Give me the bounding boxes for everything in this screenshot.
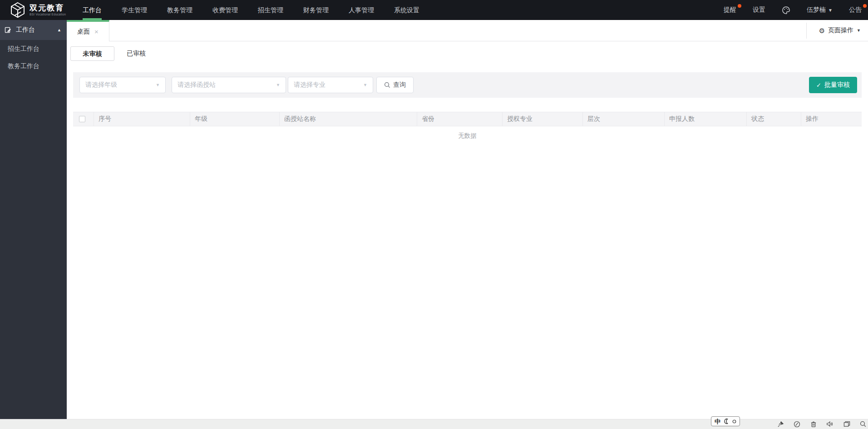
notification-dot [863,4,867,8]
nav-item-system-settings[interactable]: 系统设置 [394,0,419,20]
nav-item-finance[interactable]: 财务管理 [303,0,329,20]
announcement-link[interactable]: 公告 [849,6,862,14]
station-select-placeholder: 请选择函授站 [178,81,216,89]
top-navigation-bar: 双元教育 BSI Vocational Education 工作台 学生管理 教… [0,0,868,20]
column-header-level: 层次 [583,112,665,126]
user-name: 伍梦楠 [807,6,826,14]
column-header-station: 函授站名称 [280,112,417,126]
column-header-status: 状态 [747,112,801,126]
table-header-row: 序号 年级 函授站名称 省份 授权专业 层次 申报人数 状态 操作 [73,112,862,126]
close-icon[interactable]: × [94,28,99,35]
grade-select[interactable]: 请选择年级 ▼ [79,77,166,93]
select-all-checkbox[interactable] [79,116,85,122]
notification-dot [738,4,741,8]
brand-logo: 双元教育 BSI Vocational Education [0,2,81,18]
column-header-seq: 序号 [94,112,190,126]
ime-circle-icon[interactable] [732,419,736,424]
sidebar-item-admissions-workbench[interactable]: 招生工作台 [0,40,67,57]
tab-desktop-label: 桌面 [77,28,90,36]
settings-link[interactable]: 设置 [753,6,765,14]
review-table: 序号 年级 函授站名称 省份 授权专业 层次 申报人数 状态 操作 无数据 [73,112,862,145]
speaker-icon[interactable] [826,421,833,427]
batch-review-label: 批量审核 [824,81,850,89]
table-header-checkbox-cell [73,112,94,126]
nav-right-cluster: 提醒 设置 伍梦楠 ▼ 公告 [724,6,868,15]
brand-text: 双元教育 BSI Vocational Education [30,4,66,16]
tab-strip: 桌面 × ⚙ 页面操作 ▼ [67,20,868,41]
nav-item-academic[interactable]: 教务管理 [167,0,192,20]
reminder-link[interactable]: 提醒 [724,6,736,14]
search-button-label: 查询 [393,81,406,89]
subtab-unreviewed[interactable]: 未审核 [70,46,114,61]
trash-icon[interactable] [810,421,817,428]
column-header-province: 省份 [417,112,503,126]
search-icon [384,82,390,88]
reminder-label: 提醒 [724,6,736,13]
table-empty-state: 无数据 [73,126,862,145]
announcement-label: 公告 [849,6,862,13]
station-select[interactable]: 请选择函授站 ▼ [172,77,286,93]
search-icon[interactable] [860,421,866,427]
main-content: 桌面 × ⚙ 页面操作 ▼ 未审核 已审核 请选择年级 ▼ 请选择函授站 ▼ 请… [67,20,868,419]
batch-review-button[interactable]: ✓ 批量审核 [809,77,857,93]
major-select-placeholder: 请选择专业 [294,81,326,89]
column-header-major: 授权专业 [503,112,583,126]
nav-item-students[interactable]: 学生管理 [122,0,147,20]
grade-select-placeholder: 请选择年级 [85,81,117,89]
chevron-down-icon: ▼ [276,83,280,87]
ime-language-label: 中 [715,419,720,424]
page-operations-button[interactable]: ⚙ 页面操作 ▼ [819,20,861,41]
check-icon: ✓ [816,82,821,88]
ime-indicator[interactable]: 中 [711,416,740,426]
brand-logo-icon [10,2,25,18]
sidebar-group-label: 工作台 [16,26,35,34]
workbench-icon [5,26,12,34]
system-tray [777,419,866,429]
nav-item-admissions[interactable]: 招生管理 [258,0,283,20]
pin-icon[interactable] [777,421,784,428]
nav-item-workbench[interactable]: 工作台 [83,0,102,20]
chevron-down-icon: ▼ [857,28,861,33]
window-icon[interactable] [843,421,850,427]
sidebar-group-workbench[interactable]: 工作台 ▲ [0,20,67,40]
pen-icon[interactable] [794,421,800,428]
column-header-grade: 年级 [190,112,280,126]
brand-subtitle: BSI Vocational Education [30,13,66,16]
nav-item-fees[interactable]: 收费管理 [212,0,238,20]
chevron-down-icon: ▼ [363,83,367,87]
search-button[interactable]: 查询 [376,77,414,93]
filter-toolbar: 请选择年级 ▼ 请选择函授站 ▼ 请选择专业 ▼ 查询 ✓ 批量审核 [73,72,862,98]
page-operations-label: 页面操作 [828,26,853,35]
divider [806,23,807,39]
chevron-down-icon: ▼ [828,8,833,13]
gear-icon: ⚙ [819,27,825,34]
nav-item-hr[interactable]: 人事管理 [349,0,374,20]
column-header-actions: 操作 [801,112,862,126]
sidebar-item-academic-workbench[interactable]: 教务工作台 [0,57,67,75]
user-menu[interactable]: 伍梦楠 ▼ [807,6,833,14]
ime-moon-icon[interactable] [724,419,729,424]
review-subtabs: 未审核 已审核 [70,46,868,61]
tab-desktop[interactable]: 桌面 × [67,20,109,41]
column-header-applicants: 申报人数 [665,112,747,126]
theme-palette-icon[interactable] [782,6,790,15]
chevron-up-icon: ▲ [57,28,61,32]
main-menu: 工作台 学生管理 教务管理 收费管理 招生管理 财务管理 人事管理 系统设置 [83,0,439,20]
subtab-reviewed[interactable]: 已审核 [127,50,146,58]
major-select[interactable]: 请选择专业 ▼ [288,77,373,93]
chevron-down-icon: ▼ [156,83,160,87]
sidebar: 工作台 ▲ 招生工作台 教务工作台 [0,20,67,419]
brand-name: 双元教育 [30,4,66,13]
